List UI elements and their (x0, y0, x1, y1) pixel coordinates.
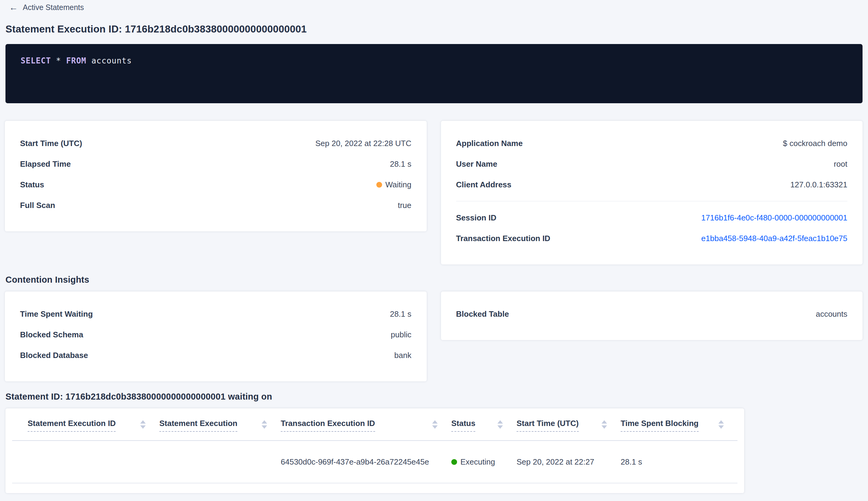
cell-transaction-execution-id: 64530d0c-969f-437e-a9b4-26a72245e45e (281, 457, 451, 467)
elapsed-time-row: Elapsed Time 28.1 s (20, 154, 412, 174)
time-spent-waiting-label: Time Spent Waiting (20, 309, 93, 319)
elapsed-time-label: Elapsed Time (20, 159, 71, 169)
sort-arrows-icon[interactable] (140, 420, 146, 429)
application-name-value: $ cockroach demo (783, 139, 847, 148)
status-waiting-dot-icon (376, 182, 382, 188)
table-bottom-spacer (12, 483, 738, 493)
status-waiting-text: Waiting (386, 180, 412, 190)
status-executing-text: Executing (460, 457, 495, 467)
contention-cards-row: Time Spent Waiting 28.1 s Blocked Schema… (5, 291, 862, 381)
blocked-table-label: Blocked Table (456, 309, 509, 319)
sort-arrows-icon[interactable] (432, 420, 438, 429)
blocked-table-row: Blocked Table accounts (456, 303, 848, 324)
sql-star: * (56, 56, 61, 65)
arrow-left-icon: ← (9, 3, 18, 12)
back-link-active-statements[interactable]: ← Active Statements (6, 3, 84, 12)
elapsed-time-value: 28.1 s (390, 159, 412, 169)
table-header-row: Statement Execution ID Statement Executi… (12, 408, 738, 441)
session-card: Application Name $ cockroach demo User N… (441, 121, 863, 265)
session-id-row: Session ID 1716b1f6-4e0c-f480-0000-00000… (456, 207, 848, 228)
cell-start-time: Sep 20, 2022 at 22:27 (517, 457, 621, 467)
blocked-database-label: Blocked Database (20, 351, 88, 360)
sort-arrows-icon[interactable] (262, 420, 267, 429)
sort-arrows-icon[interactable] (601, 420, 607, 429)
cell-time-spent-blocking: 28.1 s (621, 457, 738, 467)
column-header-statement-execution-id[interactable]: Statement Execution ID (28, 419, 159, 432)
client-address-label: Client Address (456, 180, 512, 190)
sort-arrows-icon[interactable] (497, 420, 503, 429)
sql-statement-text: SELECT * FROM accounts (21, 56, 132, 65)
contention-details-card: Time Spent Waiting 28.1 s Blocked Schema… (5, 291, 427, 381)
full-scan-row: Full Scan true (20, 195, 412, 216)
client-address-value: 127.0.0.1:63321 (790, 180, 847, 190)
statement-execution-details-page: ← Active Statements Statement Execution … (0, 0, 868, 493)
status-row: Status Waiting (20, 174, 412, 195)
client-address-row: Client Address 127.0.0.1:63321 (456, 174, 848, 195)
column-header-transaction-execution-id[interactable]: Transaction Execution ID (281, 419, 451, 432)
status-value: Waiting (376, 180, 412, 190)
user-name-row: User Name root (456, 154, 848, 174)
full-scan-label: Full Scan (20, 201, 55, 210)
status-executing-dot-icon (451, 459, 457, 465)
status-label: Status (20, 180, 44, 190)
column-header-status[interactable]: Status (451, 419, 517, 432)
blocked-schema-value: public (391, 330, 412, 340)
blocked-table-card: Blocked Table accounts (441, 291, 863, 340)
blocked-database-row: Blocked Database bank (20, 345, 412, 365)
blocked-schema-label: Blocked Schema (20, 330, 83, 340)
contention-insights-heading: Contention Insights (6, 275, 862, 285)
column-header-time-spent-blocking[interactable]: Time Spent Blocking (621, 419, 738, 432)
session-id-label: Session ID (456, 213, 497, 223)
sql-statement-box: SELECT * FROM accounts (6, 44, 862, 103)
application-name-row: Application Name $ cockroach demo (456, 133, 848, 154)
time-spent-waiting-row: Time Spent Waiting 28.1 s (20, 303, 412, 324)
start-time-row: Start Time (UTC) Sep 20, 2022 at 22:28 U… (20, 133, 412, 154)
cell-status: Executing (451, 457, 517, 467)
sql-table-name: accounts (91, 56, 132, 65)
user-name-value: root (834, 159, 847, 169)
application-name-label: Application Name (456, 139, 523, 148)
start-time-value: Sep 20, 2022 at 22:28 UTC (315, 139, 412, 148)
blocked-database-value: bank (394, 351, 411, 360)
column-header-start-time[interactable]: Start Time (UTC) (517, 419, 621, 432)
waiting-statements-table: Statement Execution ID Statement Executi… (6, 408, 744, 493)
start-time-label: Start Time (UTC) (20, 139, 82, 148)
sql-keyword-select: SELECT (21, 56, 51, 65)
time-spent-waiting-value: 28.1 s (390, 309, 412, 319)
user-name-label: User Name (456, 159, 497, 169)
transaction-execution-id-row: Transaction Execution ID e1bba458-5948-4… (456, 228, 848, 249)
blocked-table-value: accounts (816, 309, 847, 319)
table-row: 64530d0c-969f-437e-a9b4-26a72245e45e Exe… (12, 441, 738, 483)
waiting-on-heading: Statement ID: 1716b218dc0b38380000000000… (6, 392, 862, 402)
session-id-link[interactable]: 1716b1f6-4e0c-f480-0000-000000000001 (701, 213, 847, 223)
overview-card: Start Time (UTC) Sep 20, 2022 at 22:28 U… (5, 121, 427, 231)
back-link-label: Active Statements (23, 3, 84, 12)
overview-cards-row: Start Time (UTC) Sep 20, 2022 at 22:28 U… (5, 121, 862, 265)
page-title: Statement Execution ID: 1716b218dc0b3838… (6, 23, 862, 35)
blocked-schema-row: Blocked Schema public (20, 324, 412, 345)
sort-arrows-icon[interactable] (718, 420, 724, 429)
transaction-execution-id-label: Transaction Execution ID (456, 234, 551, 243)
transaction-execution-id-link[interactable]: e1bba458-5948-40a9-a42f-5feac1b10e75 (701, 234, 847, 243)
column-header-statement-execution[interactable]: Statement Execution (159, 419, 281, 432)
sql-keyword-from: FROM (66, 56, 87, 65)
full-scan-value: true (398, 201, 412, 210)
session-card-divider (456, 201, 848, 201)
